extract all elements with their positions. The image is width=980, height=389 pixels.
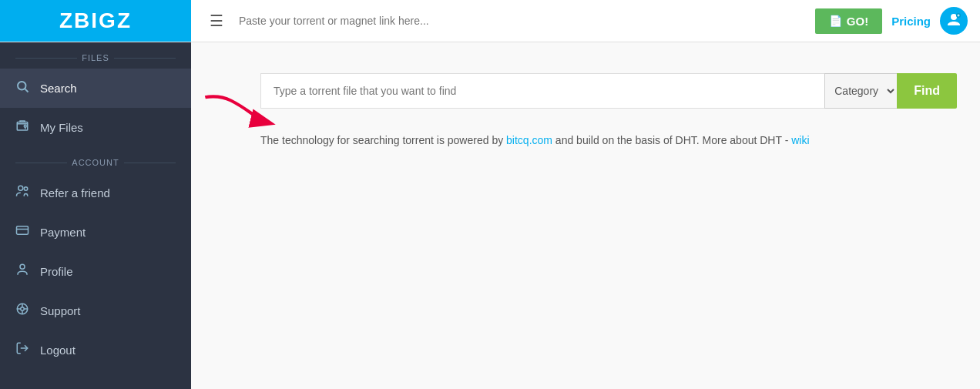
sidebar-item-refer[interactable]: Refer a friend	[0, 173, 191, 213]
sidebar-item-my-files-label: My Files	[40, 121, 83, 134]
account-section-label: ACCOUNT	[0, 147, 191, 173]
torrent-magnet-input[interactable]	[239, 8, 806, 33]
bitcq-link[interactable]: bitcq.com	[506, 134, 552, 146]
svg-point-12	[20, 264, 25, 269]
sidebar-item-logout-label: Logout	[40, 344, 76, 357]
info-text-before: The technology for searching torrent is …	[260, 134, 506, 146]
refer-icon	[15, 184, 29, 202]
sidebar-item-refer-label: Refer a friend	[40, 186, 110, 200]
sidebar-item-payment-label: Payment	[40, 226, 86, 239]
sidebar-item-profile-label: Profile	[40, 265, 73, 278]
search-icon	[15, 79, 29, 97]
pricing-link[interactable]: Pricing	[891, 15, 931, 28]
torrent-search-input[interactable]	[260, 73, 824, 109]
sidebar: FILES Search My Files ACCOUNT	[0, 42, 191, 389]
find-button[interactable]: Find	[897, 73, 957, 109]
files-section-label: FILES	[0, 42, 191, 69]
logo: ZBIGZ	[59, 8, 132, 33]
wiki-link[interactable]: wiki	[791, 134, 809, 146]
avatar[interactable]	[940, 7, 968, 35]
svg-rect-10	[17, 226, 29, 235]
header-right: ☰ 📄 GO! Pricing	[191, 7, 980, 35]
sidebar-item-search-label: Search	[40, 82, 77, 95]
payment-icon	[15, 223, 29, 241]
sidebar-item-profile[interactable]: Profile	[0, 252, 191, 291]
my-files-icon	[15, 119, 29, 136]
info-text-middle: and build on the basis of DHT. More abou…	[552, 134, 791, 146]
sidebar-item-logout[interactable]: Logout	[0, 330, 191, 370]
file-icon: 📄	[829, 15, 842, 27]
search-bar-row: Category Video Audio Software Games Book…	[260, 73, 957, 109]
support-icon	[15, 302, 29, 320]
svg-point-14	[21, 307, 25, 311]
go-button-label: GO!	[847, 15, 868, 28]
sidebar-item-support[interactable]: Support	[0, 291, 191, 330]
content-area: Category Video Audio Software Games Book…	[191, 42, 980, 389]
svg-point-7	[24, 125, 26, 127]
sidebar-item-search[interactable]: Search	[0, 69, 191, 108]
svg-point-4	[18, 82, 26, 90]
sidebar-item-my-files[interactable]: My Files	[0, 108, 191, 147]
svg-point-8	[18, 186, 23, 190]
main-area: FILES Search My Files ACCOUNT	[0, 42, 980, 389]
category-select[interactable]: Category Video Audio Software Games Book…	[824, 73, 897, 109]
sidebar-item-payment[interactable]: Payment	[0, 213, 191, 252]
svg-point-0	[951, 14, 957, 20]
go-button[interactable]: 📄 GO!	[815, 8, 882, 34]
header: ZBIGZ ☰ 📄 GO! Pricing	[0, 0, 980, 42]
svg-point-9	[24, 187, 28, 191]
user-avatar-icon	[945, 12, 963, 30]
logout-icon	[15, 341, 29, 359]
sidebar-item-support-label: Support	[40, 304, 81, 317]
profile-icon	[15, 263, 29, 280]
hamburger-button[interactable]: ☰	[203, 8, 230, 33]
logo-area: ZBIGZ	[0, 0, 191, 42]
info-text: The technology for searching torrent is …	[260, 132, 957, 149]
svg-line-5	[25, 89, 28, 92]
